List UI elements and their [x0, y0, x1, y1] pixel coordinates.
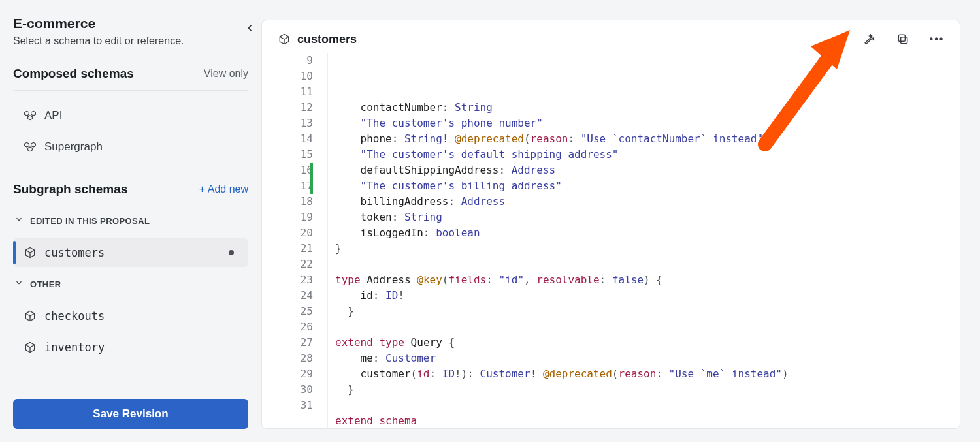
copy-icon[interactable] — [896, 32, 910, 46]
subgraph-item-checkouts[interactable]: checkouts — [13, 302, 248, 330]
cube-icon — [24, 309, 37, 323]
chevron-down-icon — [14, 215, 24, 226]
collapse-sidebar-icon[interactable]: ‹‹ — [248, 16, 248, 35]
editor-panel: customers ••• 91011121314151617181920212… — [261, 20, 960, 429]
subgraph-group-1[interactable]: OTHER — [13, 270, 248, 299]
subgraph-group-0[interactable]: EDITED IN THIS PROPOSAL — [13, 206, 248, 236]
cube-icon — [24, 246, 37, 259]
more-actions-icon[interactable]: ••• — [930, 32, 944, 46]
code-editor[interactable]: 9101112131415161718192021222324252627282… — [262, 53, 960, 428]
federation-icon — [24, 140, 37, 153]
panel-title: customers — [297, 33, 357, 46]
cube-icon — [278, 33, 291, 46]
svg-rect-0 — [901, 37, 907, 44]
chevron-down-icon — [14, 278, 24, 289]
save-revision-button[interactable]: Save Revision — [13, 399, 248, 429]
main: customers ••• 91011121314151617181920212… — [261, 0, 980, 442]
composed-schemas-heading: Composed schemas — [13, 67, 134, 81]
magic-wand-icon[interactable] — [862, 32, 876, 46]
svg-rect-1 — [898, 35, 905, 41]
add-subgraph-button[interactable]: + Add new — [199, 183, 248, 195]
sidebar-title: E-commerce — [13, 16, 184, 31]
subgraph-item-inventory[interactable]: inventory — [13, 333, 248, 362]
modified-indicator — [229, 250, 234, 255]
sidebar: E-commerce Select a schema to edit or re… — [0, 0, 261, 442]
federation-icon — [24, 109, 37, 122]
subgraph-schemas-heading: Subgraph schemas — [13, 182, 127, 197]
subgraph-item-customers[interactable]: customers — [13, 238, 248, 267]
sidebar-subtitle: Select a schema to edit or reference. — [13, 35, 184, 47]
composed-item-api[interactable]: API — [13, 100, 248, 131]
composed-item-supergraph[interactable]: Supergraph — [13, 131, 248, 163]
cube-icon — [24, 341, 37, 354]
composed-schemas-badge: View only — [204, 68, 248, 80]
